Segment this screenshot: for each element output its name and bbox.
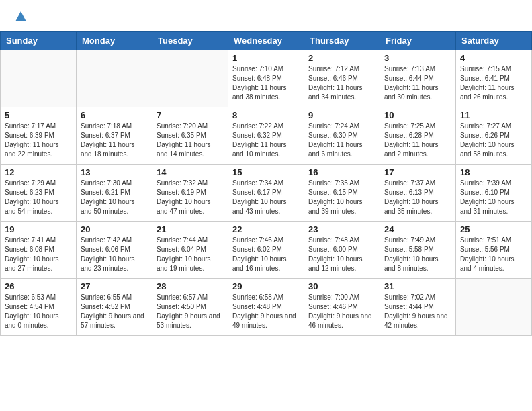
calendar-cell: 29Sunrise: 6:58 AMSunset: 4:48 PMDayligh… <box>228 279 304 336</box>
day-info: Sunrise: 7:30 AMSunset: 6:21 PMDaylight:… <box>81 179 148 216</box>
calendar-cell: 13Sunrise: 7:30 AMSunset: 6:21 PMDayligh… <box>77 165 152 222</box>
day-number: 29 <box>232 281 300 291</box>
day-info: Sunrise: 7:02 AMSunset: 4:44 PMDaylight:… <box>384 293 451 330</box>
day-info: Sunrise: 6:58 AMSunset: 4:48 PMDaylight:… <box>232 293 300 330</box>
day-number: 23 <box>308 224 375 234</box>
calendar-cell: 10Sunrise: 7:25 AMSunset: 6:28 PMDayligh… <box>380 107 456 165</box>
day-info: Sunrise: 7:51 AMSunset: 5:56 PMDaylight:… <box>460 236 527 273</box>
day-info: Sunrise: 7:20 AMSunset: 6:35 PMDaylight:… <box>157 122 224 159</box>
calendar-cell: 3Sunrise: 7:13 AMSunset: 6:44 PMDaylight… <box>380 50 456 107</box>
logo-icon <box>13 9 28 24</box>
calendar-cell: 18Sunrise: 7:39 AMSunset: 6:10 PMDayligh… <box>456 165 532 222</box>
day-info: Sunrise: 7:42 AMSunset: 6:06 PMDaylight:… <box>81 236 148 273</box>
calendar-cell: 16Sunrise: 7:35 AMSunset: 6:15 PMDayligh… <box>304 165 380 222</box>
calendar-cell: 1Sunrise: 7:10 AMSunset: 6:48 PMDaylight… <box>228 50 304 107</box>
calendar-cell: 22Sunrise: 7:46 AMSunset: 6:02 PMDayligh… <box>228 222 304 279</box>
day-info: Sunrise: 7:13 AMSunset: 6:44 PMDaylight:… <box>384 64 451 102</box>
calendar-week-3: 12Sunrise: 7:29 AMSunset: 6:23 PMDayligh… <box>1 165 532 222</box>
day-number: 7 <box>157 110 224 120</box>
day-info: Sunrise: 6:55 AMSunset: 4:52 PMDaylight:… <box>81 293 148 330</box>
day-info: Sunrise: 7:00 AMSunset: 4:46 PMDaylight:… <box>308 293 375 330</box>
calendar-cell: 12Sunrise: 7:29 AMSunset: 6:23 PMDayligh… <box>1 165 77 222</box>
col-tuesday: Tuesday <box>152 32 228 50</box>
calendar-cell: 26Sunrise: 6:53 AMSunset: 4:54 PMDayligh… <box>1 279 77 336</box>
day-number: 19 <box>5 224 72 234</box>
calendar-cell <box>152 50 228 107</box>
calendar-cell <box>77 50 152 107</box>
calendar-cell: 21Sunrise: 7:44 AMSunset: 6:04 PMDayligh… <box>152 222 228 279</box>
calendar-cell: 24Sunrise: 7:49 AMSunset: 5:58 PMDayligh… <box>380 222 456 279</box>
calendar-cell: 4Sunrise: 7:15 AMSunset: 6:41 PMDaylight… <box>456 50 532 107</box>
calendar-cell: 31Sunrise: 7:02 AMSunset: 4:44 PMDayligh… <box>380 279 456 336</box>
svg-marker-0 <box>15 11 26 21</box>
calendar-cell: 19Sunrise: 7:41 AMSunset: 6:08 PMDayligh… <box>1 222 77 279</box>
day-number: 31 <box>384 281 451 291</box>
logo <box>12 9 28 24</box>
col-monday: Monday <box>77 32 152 50</box>
day-info: Sunrise: 7:44 AMSunset: 6:04 PMDaylight:… <box>157 236 224 273</box>
calendar-cell: 6Sunrise: 7:18 AMSunset: 6:37 PMDaylight… <box>77 107 152 165</box>
calendar-table: Sunday Monday Tuesday Wednesday Thursday… <box>0 31 532 336</box>
calendar-cell: 20Sunrise: 7:42 AMSunset: 6:06 PMDayligh… <box>77 222 152 279</box>
day-number: 16 <box>308 167 375 177</box>
day-info: Sunrise: 7:24 AMSunset: 6:30 PMDaylight:… <box>308 122 375 159</box>
day-number: 14 <box>157 167 224 177</box>
col-friday: Friday <box>380 32 456 50</box>
day-info: Sunrise: 7:29 AMSunset: 6:23 PMDaylight:… <box>5 179 72 216</box>
calendar-cell: 11Sunrise: 7:27 AMSunset: 6:26 PMDayligh… <box>456 107 532 165</box>
calendar-cell: 17Sunrise: 7:37 AMSunset: 6:13 PMDayligh… <box>380 165 456 222</box>
day-number: 10 <box>384 110 451 120</box>
calendar-cell: 14Sunrise: 7:32 AMSunset: 6:19 PMDayligh… <box>152 165 228 222</box>
day-number: 25 <box>460 224 527 234</box>
day-info: Sunrise: 7:27 AMSunset: 6:26 PMDaylight:… <box>460 122 527 159</box>
day-info: Sunrise: 7:17 AMSunset: 6:39 PMDaylight:… <box>5 122 72 159</box>
day-number: 30 <box>308 281 375 291</box>
calendar-cell: 9Sunrise: 7:24 AMSunset: 6:30 PMDaylight… <box>304 107 380 165</box>
calendar-week-1: 1Sunrise: 7:10 AMSunset: 6:48 PMDaylight… <box>1 50 532 107</box>
day-number: 13 <box>81 167 148 177</box>
day-info: Sunrise: 7:39 AMSunset: 6:10 PMDaylight:… <box>460 179 527 216</box>
day-info: Sunrise: 7:41 AMSunset: 6:08 PMDaylight:… <box>5 236 72 273</box>
day-number: 21 <box>157 224 224 234</box>
day-info: Sunrise: 7:32 AMSunset: 6:19 PMDaylight:… <box>157 179 224 216</box>
calendar-cell: 5Sunrise: 7:17 AMSunset: 6:39 PMDaylight… <box>1 107 77 165</box>
calendar-cell: 28Sunrise: 6:57 AMSunset: 4:50 PMDayligh… <box>152 279 228 336</box>
day-info: Sunrise: 7:22 AMSunset: 6:32 PMDaylight:… <box>232 122 300 159</box>
day-info: Sunrise: 7:35 AMSunset: 6:15 PMDaylight:… <box>308 179 375 216</box>
day-number: 28 <box>157 281 224 291</box>
calendar-cell <box>456 279 532 336</box>
calendar-cell: 7Sunrise: 7:20 AMSunset: 6:35 PMDaylight… <box>152 107 228 165</box>
calendar-week-2: 5Sunrise: 7:17 AMSunset: 6:39 PMDaylight… <box>1 107 532 165</box>
col-sunday: Sunday <box>1 32 77 50</box>
calendar-cell: 27Sunrise: 6:55 AMSunset: 4:52 PMDayligh… <box>77 279 152 336</box>
calendar-cell: 15Sunrise: 7:34 AMSunset: 6:17 PMDayligh… <box>228 165 304 222</box>
day-number: 11 <box>460 110 527 120</box>
day-number: 22 <box>232 224 300 234</box>
day-number: 3 <box>384 53 451 63</box>
day-number: 1 <box>232 53 300 63</box>
calendar-cell: 23Sunrise: 7:48 AMSunset: 6:00 PMDayligh… <box>304 222 380 279</box>
day-number: 17 <box>384 167 451 177</box>
day-info: Sunrise: 7:18 AMSunset: 6:37 PMDaylight:… <box>81 122 148 159</box>
day-info: Sunrise: 6:57 AMSunset: 4:50 PMDaylight:… <box>157 293 224 330</box>
day-number: 5 <box>5 110 72 120</box>
day-number: 27 <box>81 281 148 291</box>
day-number: 26 <box>5 281 72 291</box>
calendar-cell <box>1 50 77 107</box>
day-info: Sunrise: 7:15 AMSunset: 6:41 PMDaylight:… <box>460 64 527 102</box>
day-number: 4 <box>460 53 527 63</box>
calendar-cell: 2Sunrise: 7:12 AMSunset: 6:46 PMDaylight… <box>304 50 380 107</box>
day-number: 18 <box>460 167 527 177</box>
day-info: Sunrise: 7:48 AMSunset: 6:00 PMDaylight:… <box>308 236 375 273</box>
day-info: Sunrise: 7:34 AMSunset: 6:17 PMDaylight:… <box>232 179 300 216</box>
day-number: 2 <box>308 53 375 63</box>
day-number: 15 <box>232 167 300 177</box>
day-info: Sunrise: 7:12 AMSunset: 6:46 PMDaylight:… <box>308 64 375 102</box>
col-thursday: Thursday <box>304 32 380 50</box>
day-info: Sunrise: 7:10 AMSunset: 6:48 PMDaylight:… <box>232 64 300 102</box>
header <box>0 0 532 28</box>
day-info: Sunrise: 7:25 AMSunset: 6:28 PMDaylight:… <box>384 122 451 159</box>
calendar-cell: 30Sunrise: 7:00 AMSunset: 4:46 PMDayligh… <box>304 279 380 336</box>
day-info: Sunrise: 6:53 AMSunset: 4:54 PMDaylight:… <box>5 293 72 330</box>
day-info: Sunrise: 7:46 AMSunset: 6:02 PMDaylight:… <box>232 236 300 273</box>
